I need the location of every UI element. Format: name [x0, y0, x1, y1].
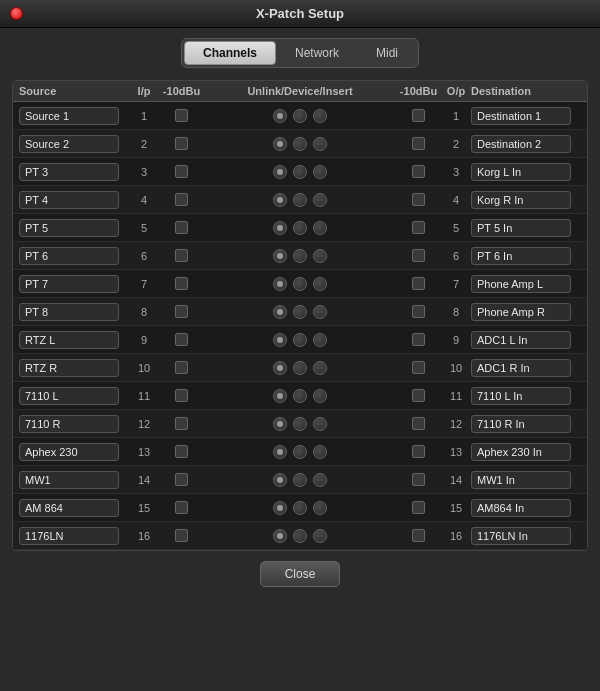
minus10-in-checkbox[interactable]	[175, 109, 188, 122]
radio-option-1[interactable]	[293, 389, 307, 403]
source-input[interactable]	[19, 443, 119, 461]
minus10-out-checkbox[interactable]	[412, 417, 425, 430]
minus10-in-checkbox[interactable]	[175, 333, 188, 346]
radio-option-2[interactable]	[313, 165, 327, 179]
minus10-in-checkbox[interactable]	[175, 277, 188, 290]
source-input[interactable]	[19, 163, 119, 181]
close-button[interactable]: Close	[260, 561, 341, 587]
radio-option-0[interactable]	[273, 501, 287, 515]
source-input[interactable]	[19, 331, 119, 349]
radio-option-2[interactable]	[313, 333, 327, 347]
minus10-in-checkbox[interactable]	[175, 221, 188, 234]
minus10-in-checkbox[interactable]	[175, 501, 188, 514]
radio-option-1[interactable]	[293, 529, 307, 543]
minus10-in-checkbox[interactable]	[175, 137, 188, 150]
source-input[interactable]	[19, 107, 119, 125]
radio-option-0[interactable]	[273, 277, 287, 291]
radio-option-2[interactable]	[313, 137, 327, 151]
destination-input[interactable]	[471, 471, 571, 489]
source-input[interactable]	[19, 499, 119, 517]
minus10-in-checkbox[interactable]	[175, 417, 188, 430]
minus10-out-checkbox[interactable]	[412, 333, 425, 346]
radio-option-0[interactable]	[273, 417, 287, 431]
radio-option-0[interactable]	[273, 529, 287, 543]
radio-option-2[interactable]	[313, 221, 327, 235]
minus10-out-checkbox[interactable]	[412, 473, 425, 486]
minus10-out-checkbox[interactable]	[412, 529, 425, 542]
radio-option-2[interactable]	[313, 361, 327, 375]
source-input[interactable]	[19, 275, 119, 293]
radio-option-1[interactable]	[293, 333, 307, 347]
radio-option-0[interactable]	[273, 445, 287, 459]
radio-option-2[interactable]	[313, 417, 327, 431]
minus10-in-checkbox[interactable]	[175, 473, 188, 486]
radio-option-0[interactable]	[273, 361, 287, 375]
destination-input[interactable]	[471, 107, 571, 125]
destination-input[interactable]	[471, 247, 571, 265]
radio-option-0[interactable]	[273, 165, 287, 179]
minus10-in-checkbox[interactable]	[175, 165, 188, 178]
minus10-out-checkbox[interactable]	[412, 109, 425, 122]
minus10-out-checkbox[interactable]	[412, 221, 425, 234]
radio-option-2[interactable]	[313, 277, 327, 291]
destination-input[interactable]	[471, 331, 571, 349]
radio-option-0[interactable]	[273, 389, 287, 403]
tab-channels[interactable]: Channels	[184, 41, 276, 65]
radio-option-2[interactable]	[313, 529, 327, 543]
destination-input[interactable]	[471, 499, 571, 517]
minus10-out-checkbox[interactable]	[412, 501, 425, 514]
minus10-in-checkbox[interactable]	[175, 529, 188, 542]
destination-input[interactable]	[471, 415, 571, 433]
minus10-out-checkbox[interactable]	[412, 277, 425, 290]
source-input[interactable]	[19, 135, 119, 153]
radio-option-0[interactable]	[273, 109, 287, 123]
radio-option-2[interactable]	[313, 109, 327, 123]
source-input[interactable]	[19, 471, 119, 489]
radio-option-2[interactable]	[313, 445, 327, 459]
radio-option-1[interactable]	[293, 417, 307, 431]
radio-option-1[interactable]	[293, 165, 307, 179]
minus10-out-checkbox[interactable]	[412, 389, 425, 402]
destination-input[interactable]	[471, 191, 571, 209]
source-input[interactable]	[19, 219, 119, 237]
minus10-in-checkbox[interactable]	[175, 445, 188, 458]
radio-option-2[interactable]	[313, 501, 327, 515]
destination-input[interactable]	[471, 527, 571, 545]
radio-option-2[interactable]	[313, 305, 327, 319]
destination-input[interactable]	[471, 303, 571, 321]
minus10-in-checkbox[interactable]	[175, 249, 188, 262]
minus10-out-checkbox[interactable]	[412, 193, 425, 206]
radio-option-1[interactable]	[293, 501, 307, 515]
minus10-out-checkbox[interactable]	[412, 137, 425, 150]
destination-input[interactable]	[471, 275, 571, 293]
minus10-out-checkbox[interactable]	[412, 361, 425, 374]
radio-option-1[interactable]	[293, 305, 307, 319]
source-input[interactable]	[19, 415, 119, 433]
radio-option-0[interactable]	[273, 221, 287, 235]
minus10-out-checkbox[interactable]	[412, 249, 425, 262]
radio-option-2[interactable]	[313, 473, 327, 487]
radio-option-1[interactable]	[293, 193, 307, 207]
radio-option-0[interactable]	[273, 193, 287, 207]
source-input[interactable]	[19, 191, 119, 209]
radio-option-1[interactable]	[293, 445, 307, 459]
radio-option-1[interactable]	[293, 473, 307, 487]
source-input[interactable]	[19, 527, 119, 545]
destination-input[interactable]	[471, 359, 571, 377]
radio-option-0[interactable]	[273, 249, 287, 263]
radio-option-1[interactable]	[293, 109, 307, 123]
destination-input[interactable]	[471, 443, 571, 461]
tab-network[interactable]: Network	[277, 41, 357, 65]
tab-midi[interactable]: Midi	[358, 41, 416, 65]
radio-option-0[interactable]	[273, 305, 287, 319]
source-input[interactable]	[19, 359, 119, 377]
radio-option-2[interactable]	[313, 249, 327, 263]
radio-option-0[interactable]	[273, 333, 287, 347]
destination-input[interactable]	[471, 387, 571, 405]
close-traffic-light[interactable]	[10, 7, 23, 20]
minus10-out-checkbox[interactable]	[412, 165, 425, 178]
radio-option-1[interactable]	[293, 249, 307, 263]
radio-option-2[interactable]	[313, 193, 327, 207]
destination-input[interactable]	[471, 163, 571, 181]
radio-option-0[interactable]	[273, 473, 287, 487]
